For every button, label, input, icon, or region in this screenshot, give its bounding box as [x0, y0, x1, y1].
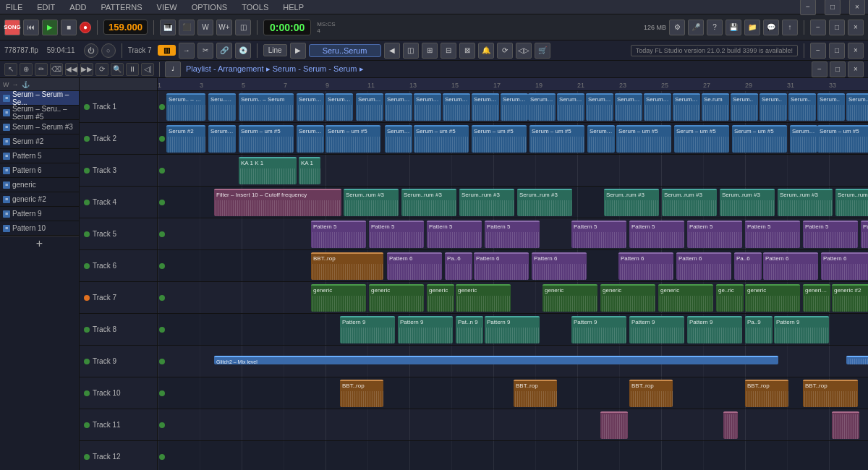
pattern-item-0[interactable]: ≡Serum – Serum – Se... [0, 91, 79, 106]
power-btn[interactable]: ⏻ [84, 43, 98, 58]
playlist-min[interactable]: − [812, 61, 827, 77]
block-0[interactable]: Serum.. – Serum [166, 93, 205, 121]
block-57[interactable]: Serum..rum #3 [459, 189, 514, 216]
mic-btn[interactable]: 🎤 [688, 20, 704, 35]
block-89[interactable]: Pattern 6 [763, 252, 818, 280]
block-125[interactable] [832, 411, 859, 439]
menu-view[interactable]: VIEW [154, 1, 180, 13]
playlist-max[interactable]: □ [830, 61, 846, 77]
close-btn-2[interactable]: × [848, 20, 864, 35]
block-88[interactable]: Pa..6 [734, 252, 762, 280]
track-row-6[interactable]: genericgenericgenericgenericgenericgener… [158, 282, 868, 314]
block-60[interactable]: Serum..rum #3 [662, 189, 717, 216]
block-86[interactable]: Pattern 6 [618, 252, 673, 280]
block-112[interactable]: Pattern 9 [687, 316, 742, 343]
pattern-item-5[interactable]: ≡Pattern 6 [0, 163, 79, 178]
pattern-item-6[interactable]: ≡generic [0, 178, 79, 192]
block-104[interactable]: generic #2 [832, 284, 868, 312]
block-71[interactable]: Pattern 5 [485, 221, 540, 248]
plugin-btn[interactable]: W+ [216, 20, 232, 35]
block-33[interactable]: Serum #2 [208, 125, 236, 153]
track-label-11[interactable]: Track 12 [80, 441, 157, 470]
block-77[interactable]: Pattern 5 [861, 221, 868, 248]
tool-note[interactable]: ♩ [165, 61, 181, 77]
maximize-btn[interactable]: □ [825, 0, 841, 15]
piano-roll-btn[interactable]: 🎹 [160, 20, 176, 35]
track-label-7[interactable]: Track 8 [80, 314, 157, 346]
block-82[interactable]: Pattern 6 [387, 252, 442, 280]
block-2[interactable]: Serum.. – Serum [239, 93, 294, 121]
block-118[interactable]: BBT..rop [514, 380, 557, 407]
mx-8[interactable]: 🛒 [535, 43, 550, 59]
stop-btn[interactable]: ■ [61, 20, 77, 35]
tool-eraser[interactable]: ⌫ [50, 63, 63, 76]
block-72[interactable]: Pattern 5 [571, 221, 626, 248]
track-label-0[interactable]: Track 1 [80, 91, 157, 123]
block-56[interactable]: Serum..rum #3 [401, 189, 456, 216]
block-113[interactable]: Pa..9 [745, 316, 773, 343]
track-row-1[interactable]: Serum #2Serum #2Serum – um #5Serum – um … [158, 123, 868, 155]
block-44[interactable]: Serum – um #5 [732, 125, 787, 153]
link-btn[interactable]: 🔗 [216, 43, 232, 59]
block-53[interactable]: KA 1 [299, 157, 320, 184]
track-label-10[interactable]: Track 11 [80, 409, 157, 441]
play-btn[interactable]: ▶ [42, 20, 58, 35]
block-124[interactable] [723, 411, 738, 439]
pattern-item-2[interactable]: ≡Serum – Serum #3 [0, 120, 79, 134]
block-43[interactable]: Serum – um #5 [674, 125, 729, 153]
block-39[interactable]: Serum – um #5 [472, 125, 527, 153]
mx-4[interactable]: ⊠ [459, 43, 475, 59]
block-121[interactable]: BBT..rop [803, 380, 858, 407]
mx-1[interactable]: ◫ [403, 43, 419, 59]
block-99[interactable]: generic [600, 284, 655, 312]
block-18[interactable]: Serum.. [731, 93, 758, 121]
block-36[interactable]: Serum – um #5 [326, 125, 380, 153]
block-114[interactable]: Pattern 9 [774, 316, 829, 343]
block-42[interactable]: Serum – um #5 [616, 125, 671, 153]
track-row-5[interactable]: BBT..ropPattern 6Pa..6Pattern 6Pattern 6… [158, 250, 868, 282]
block-22[interactable]: Serum.. [846, 93, 868, 121]
block-109[interactable]: Pattern 9 [485, 316, 540, 343]
block-15[interactable]: Serum.. – Serum [644, 93, 671, 121]
block-46[interactable]: Serum – um #5 [817, 125, 868, 153]
block-74[interactable]: Pattern 5 [687, 221, 742, 248]
mx-6[interactable]: ⟳ [497, 43, 513, 59]
menu-file[interactable]: FILE [3, 1, 25, 13]
block-21[interactable]: Serum.. [817, 93, 845, 121]
open-btn[interactable]: 📁 [744, 20, 760, 35]
max-btn-3[interactable]: □ [829, 43, 845, 59]
song-mode-btn[interactable]: SONG [4, 20, 20, 35]
block-58[interactable]: Serum..rum #3 [517, 189, 572, 216]
prev-btn[interactable]: ⏮ [23, 20, 39, 35]
track-row-7[interactable]: Pattern 9Pattern 9Pat..n 9Pattern 9Patte… [158, 314, 868, 346]
arrow-right-btn[interactable]: ▶ [290, 43, 306, 59]
help-btn[interactable]: ? [707, 20, 723, 35]
menu-edit[interactable]: EDIT [34, 1, 58, 13]
track-label-2[interactable]: Track 3 [80, 155, 157, 187]
bpm-display[interactable]: 159.000 [103, 20, 148, 35]
block-84[interactable]: Pattern 6 [474, 252, 529, 280]
arrow-btn[interactable]: → [179, 43, 195, 59]
block-85[interactable]: Pattern 6 [532, 252, 587, 280]
block-100[interactable]: generic [658, 284, 713, 312]
tool-brush[interactable]: ✏ [35, 63, 48, 76]
disk-btn[interactable]: 💿 [235, 43, 251, 59]
browser-btn[interactable]: ◫ [235, 20, 251, 35]
menu-options[interactable]: OPTIONS [189, 1, 231, 13]
save-btn[interactable]: 💾 [726, 20, 741, 35]
block-107[interactable]: Pattern 9 [398, 316, 453, 343]
block-63[interactable]: Serum..rum #3 [835, 189, 868, 216]
anchor-icon[interactable]: ⚓ [22, 81, 30, 88]
knife-btn[interactable]: ✂ [197, 43, 213, 59]
settings-btn[interactable]: ⚙ [669, 20, 685, 35]
block-45[interactable]: Serum #2 [790, 125, 817, 153]
block-102[interactable]: generic [745, 284, 800, 312]
news-badge[interactable]: Today FL Studio version 21.0.2 build 339… [631, 45, 798, 56]
block-13[interactable]: Serum.. – Serum [586, 93, 613, 121]
block-5[interactable]: Serum.. – Serum [356, 93, 383, 121]
block-120[interactable]: BBT..rop [745, 380, 788, 407]
upload-btn[interactable]: ↑ [782, 20, 798, 35]
block-119[interactable]: BBT..rop [629, 380, 673, 407]
tool-select[interactable]: ↖ [4, 63, 17, 76]
block-4[interactable]: Serum.. – Serum [326, 93, 353, 121]
